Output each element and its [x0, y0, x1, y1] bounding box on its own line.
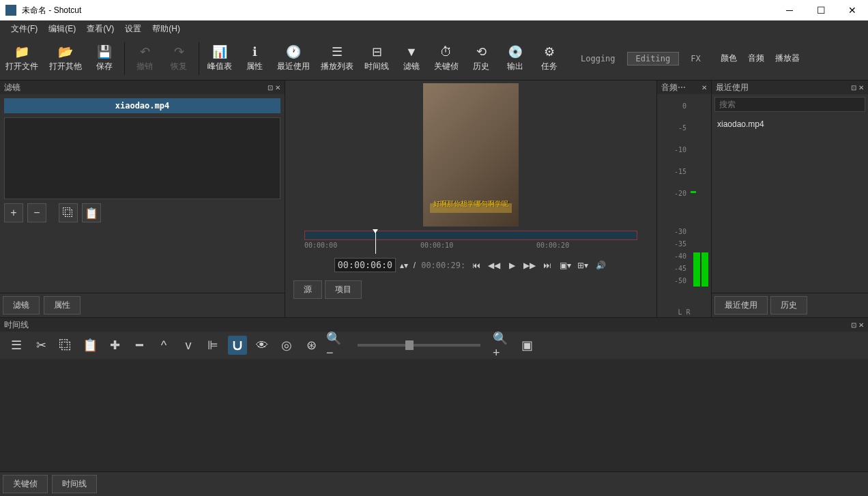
remove-filter-button[interactable]: −	[27, 203, 46, 222]
timeline-button[interactable]: ⊟时间线	[359, 42, 394, 75]
tl-menu-button[interactable]: ☰	[7, 336, 26, 355]
folder-plus-icon: 📂	[58, 44, 73, 59]
jobs-button[interactable]: ⚙任务	[532, 42, 566, 75]
tl-delete-button[interactable]: ━	[130, 336, 149, 355]
save-icon: 💾	[97, 44, 112, 59]
tab-project[interactable]: 项目	[325, 280, 362, 299]
mode-fx[interactable]: FX	[682, 52, 709, 65]
menu-file[interactable]: 文件(F)	[5, 20, 43, 38]
skip-prev-button[interactable]: ⏮	[469, 259, 483, 272]
minimize-button[interactable]: ─	[774, 0, 805, 20]
skip-next-button[interactable]: ⏭	[540, 259, 554, 272]
window-title: 未命名 - Shotcut	[22, 5, 774, 16]
grid-button[interactable]: ⊞▾	[576, 259, 590, 272]
menu-view[interactable]: 查看(V)	[81, 20, 119, 38]
tl-lift-button[interactable]: ^	[154, 336, 173, 355]
tc-spinner[interactable]: ▴▾	[400, 261, 408, 270]
search-input[interactable]	[714, 97, 865, 112]
play-button[interactable]: ▶	[505, 259, 519, 272]
mode-editing[interactable]: Editing	[627, 52, 680, 65]
tab-history[interactable]: 历史	[770, 296, 807, 315]
audio-meter-panel: 音频⋯ ✕ 0 -5 -10 -15 -20 -30 -35 -40 -45 -…	[656, 81, 711, 317]
close-button[interactable]: ✕	[837, 0, 868, 20]
menu-settings[interactable]: 设置	[119, 20, 147, 38]
main-toolbar: 📁打开文件 📂打开其他 💾保存 ↶撤销 ↷恢复 📊峰值表 ℹ属性 🕐最近使用 ☰…	[0, 37, 868, 81]
properties-button[interactable]: ℹ属性	[237, 42, 272, 75]
playlist-button[interactable]: ☰播放列表	[315, 42, 359, 75]
tl-scrub-button[interactable]: 👁	[252, 336, 272, 355]
timeline-tracks[interactable]	[0, 359, 868, 471]
tl-ripple-button[interactable]: ◎	[277, 336, 296, 355]
audio-panel-title: 音频⋯	[661, 82, 686, 93]
tl-zoom-in-button[interactable]: 🔍+	[493, 336, 512, 355]
keyframes-button[interactable]: ⏱关键侦	[429, 42, 464, 75]
video-preview[interactable]: 好啊那你想学哪句啊学呢	[423, 83, 519, 227]
tab-filter[interactable]: 滤镜	[3, 296, 40, 315]
redo-button[interactable]: ↷恢复	[162, 42, 196, 75]
tl-zoom-fit-button[interactable]: ▣	[517, 336, 536, 355]
forward-button[interactable]: ▶▶	[523, 259, 536, 272]
peak-meter-button[interactable]: 📊峰值表	[202, 42, 237, 75]
tl-overwrite-button[interactable]: ⊫	[203, 336, 222, 355]
open-other-button[interactable]: 📂打开其他	[44, 42, 87, 75]
history-button[interactable]: ⟲历史	[464, 42, 498, 75]
tl-ripple-all-button[interactable]: ⊛	[302, 336, 321, 355]
tab-recent[interactable]: 最近使用	[714, 296, 768, 315]
recent-item[interactable]: xiaodao.mp4	[717, 117, 863, 131]
titlebar: 未命名 - Shotcut ─ ☐ ✕	[0, 0, 868, 20]
recent-list: xiaodao.mp4	[712, 115, 868, 293]
open-file-button[interactable]: 📁打开文件	[0, 42, 44, 75]
tl-insert-button[interactable]: v	[179, 336, 198, 355]
undo-button[interactable]: ↶撤销	[128, 42, 162, 75]
zoom-mode-button[interactable]: ▣▾	[558, 259, 572, 272]
tl-paste-button[interactable]: 📋	[81, 336, 100, 355]
export-button[interactable]: 💿输出	[498, 42, 532, 75]
meter-left	[693, 252, 700, 287]
timeline-header: 时间线 ⊡ ✕	[0, 318, 868, 332]
timecode-input[interactable]	[334, 258, 396, 272]
player-tab[interactable]: 播放器	[770, 50, 805, 67]
volume-button[interactable]: 🔊	[594, 259, 607, 272]
rewind-button[interactable]: ◀◀	[487, 259, 501, 272]
mode-logging[interactable]: Logging	[572, 52, 624, 65]
save-button[interactable]: 💾保存	[87, 42, 121, 75]
app-icon	[5, 5, 16, 16]
recent-panel: 最近使用 ⊡ ✕ xiaodao.mp4 最近使用 历史	[711, 81, 868, 317]
audio-tab[interactable]: 音频	[742, 50, 770, 67]
disc-icon: 💿	[508, 44, 523, 59]
folder-open-icon: 📁	[14, 44, 29, 59]
filter-source[interactable]: xiaodao.mp4	[4, 98, 280, 113]
audio-panel-close[interactable]: ✕	[701, 84, 707, 91]
info-icon: ℹ	[252, 44, 257, 59]
menu-help[interactable]: 帮助(H)	[147, 20, 186, 38]
tab-properties[interactable]: 属性	[44, 296, 81, 315]
list-icon: ☰	[332, 44, 343, 59]
color-tab[interactable]: 颜色	[715, 50, 742, 67]
tab-keyframes[interactable]: 关键侦	[3, 475, 48, 493]
audio-panel-header: 音频⋯ ✕	[657, 81, 711, 94]
meter-icon: 📊	[212, 44, 227, 59]
menubar: 文件(F) 编辑(E) 查看(V) 设置 帮助(H)	[0, 20, 868, 37]
filter-panel-close[interactable]: ⊡ ✕	[267, 84, 280, 91]
tab-timeline[interactable]: 时间线	[52, 475, 97, 493]
tl-zoom-out-button[interactable]: 🔍−	[326, 336, 345, 355]
recent-button[interactable]: 🕐最近使用	[272, 42, 315, 75]
scrubber[interactable]: 00:00:00 00:00:10 00:00:20	[300, 229, 641, 254]
maximize-button[interactable]: ☐	[805, 0, 837, 20]
tl-append-button[interactable]: ✚	[105, 336, 124, 355]
paste-filter-button[interactable]: 📋	[82, 203, 101, 222]
filters-button[interactable]: ▼滤镜	[394, 42, 429, 75]
tl-cut-button[interactable]: ✂	[31, 336, 50, 355]
menu-edit[interactable]: 编辑(E)	[43, 20, 81, 38]
timeline-title: 时间线	[4, 319, 29, 331]
tl-snap-button[interactable]	[228, 336, 247, 355]
tl-zoom-slider[interactable]	[358, 344, 480, 347]
copy-filter-button[interactable]: ⿻	[59, 203, 78, 222]
stopwatch-icon: ⏱	[440, 45, 452, 59]
recent-panel-close[interactable]: ⊡ ✕	[851, 84, 864, 91]
timeline-close[interactable]: ⊡ ✕	[851, 321, 864, 329]
add-filter-button[interactable]: +	[4, 203, 23, 222]
tl-copy-button[interactable]: ⿻	[56, 336, 75, 355]
tab-source[interactable]: 源	[293, 280, 322, 299]
lr-label: L R	[657, 307, 711, 317]
